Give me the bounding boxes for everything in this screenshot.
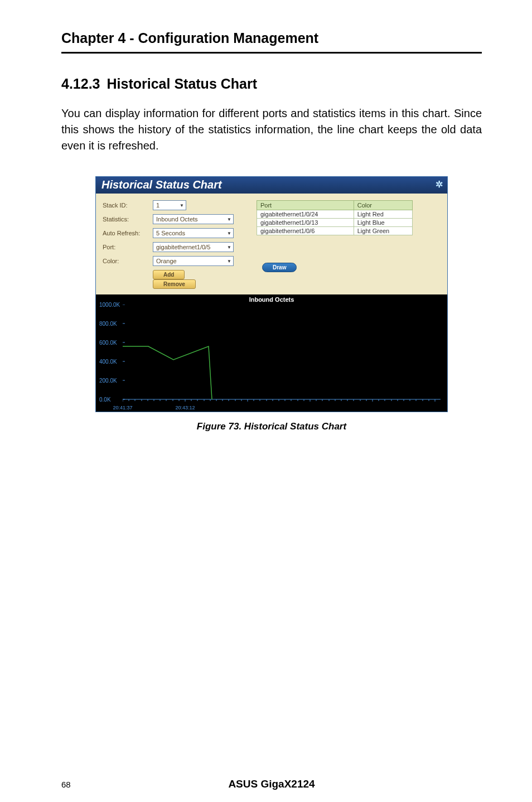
page-number: 68 <box>61 780 95 789</box>
footer-product: ASUS GigaX2124 <box>95 778 448 790</box>
stack-id-row: Stack ID: 1 ▼ <box>103 200 253 210</box>
figure-wrapper: Historical Status Chart ✲ Stack ID: 1 ▼ … <box>61 176 482 432</box>
window-titlebar: Historical Status Chart ✲ <box>96 177 447 194</box>
chevron-down-icon: ▼ <box>227 245 231 250</box>
form-panel: Stack ID: 1 ▼ Statistics: Inbound Octets… <box>96 194 447 294</box>
table-cell-port: gigabitethernet1/0/13 <box>257 219 354 227</box>
auto-refresh-select[interactable]: 5 Seconds ▼ <box>153 228 234 238</box>
remove-button[interactable]: Remove <box>153 279 196 289</box>
color-select[interactable]: Orange ▼ <box>153 256 234 266</box>
color-value: Orange <box>156 258 177 264</box>
add-button[interactable]: Add <box>153 270 185 279</box>
port-select[interactable]: gigabitethernet1/0/5 ▼ <box>153 242 234 252</box>
color-label: Color: <box>103 258 153 264</box>
form-left-column: Stack ID: 1 ▼ Statistics: Inbound Octets… <box>103 200 253 289</box>
y-tick-label: 0.0K <box>99 397 111 403</box>
table-row[interactable]: gigabitethernet1/0/6 Light Green <box>257 227 413 235</box>
chevron-down-icon: ▼ <box>227 217 231 222</box>
table-cell-port: gigabitethernet1/0/24 <box>257 210 354 219</box>
window-title: Historical Status Chart <box>101 178 222 191</box>
chart-series-line <box>123 346 212 399</box>
chart-title: Inbound Octets <box>96 294 447 305</box>
chevron-down-icon: ▼ <box>180 203 184 208</box>
chapter-header: Chapter 4 - Configuration Management <box>61 30 482 46</box>
color-row: Color: Orange ▼ <box>103 256 253 266</box>
app-window: Historical Status Chart ✲ Stack ID: 1 ▼ … <box>95 176 448 412</box>
stack-id-label: Stack ID: <box>103 202 153 209</box>
statistics-value: Inbound Octets <box>156 216 198 223</box>
section-title-text: Historical Status Chart <box>107 76 258 91</box>
section-heading: 4.12.3Historical Status Chart <box>61 76 482 92</box>
header-rule <box>61 52 482 54</box>
page-footer: 68 ASUS GigaX2124 <box>61 778 482 802</box>
table-row[interactable]: gigabitethernet1/0/13 Light Blue <box>257 219 413 227</box>
chart-plot-area <box>123 305 441 402</box>
draw-button[interactable]: Draw <box>262 263 297 272</box>
table-header-color: Color <box>354 201 412 210</box>
y-tick-label: 200.0K <box>99 378 117 384</box>
y-tick-label: 800.0K <box>99 321 117 327</box>
x-tick-label: 20:41:37 <box>113 405 132 410</box>
statistics-row: Statistics: Inbound Octets ▼ <box>103 214 253 224</box>
draw-row: Draw <box>257 262 441 272</box>
port-color-table: Port Color gigabitethernet1/0/24 Light R… <box>257 200 413 235</box>
auto-refresh-label: Auto Refresh: <box>103 230 153 236</box>
port-label: Port: <box>103 244 153 250</box>
x-tick-label: 20:43:12 <box>175 405 195 410</box>
table-cell-port: gigabitethernet1/0/6 <box>257 227 354 235</box>
auto-refresh-row: Auto Refresh: 5 Seconds ▼ <box>103 228 253 238</box>
table-cell-color: Light Green <box>354 227 412 235</box>
statistics-select[interactable]: Inbound Octets ▼ <box>153 214 234 224</box>
port-row: Port: gigabitethernet1/0/5 ▼ <box>103 242 253 252</box>
stack-id-value: 1 <box>156 202 159 209</box>
table-cell-color: Light Blue <box>354 219 412 227</box>
add-remove-row: Add Remove <box>103 270 253 289</box>
table-row[interactable]: gigabitethernet1/0/24 Light Red <box>257 210 413 219</box>
table-header-port: Port <box>257 201 354 210</box>
statistics-label: Statistics: <box>103 216 153 223</box>
refresh-icon[interactable]: ✲ <box>436 179 443 190</box>
section-number: 4.12.3 <box>61 76 100 91</box>
chart-area: Inbound Octets 1000.0K 800.0K 600.0K 400… <box>96 294 447 412</box>
chevron-down-icon: ▼ <box>227 231 231 236</box>
form-right-column: Port Color gigabitethernet1/0/24 Light R… <box>253 200 441 289</box>
auto-refresh-value: 5 Seconds <box>156 230 185 236</box>
table-cell-color: Light Red <box>354 210 412 219</box>
y-tick-label: 600.0K <box>99 340 117 346</box>
chart-svg <box>123 305 441 402</box>
y-tick-label: 1000.0K <box>99 302 120 308</box>
y-tick-label: 400.0K <box>99 359 117 365</box>
port-value: gigabitethernet1/0/5 <box>156 244 210 250</box>
figure-caption: Figure 73. Historical Status Chart <box>61 421 482 432</box>
stack-id-select[interactable]: 1 ▼ <box>153 200 186 210</box>
body-paragraph: You can display information for differen… <box>61 105 482 154</box>
chevron-down-icon: ▼ <box>227 259 231 264</box>
